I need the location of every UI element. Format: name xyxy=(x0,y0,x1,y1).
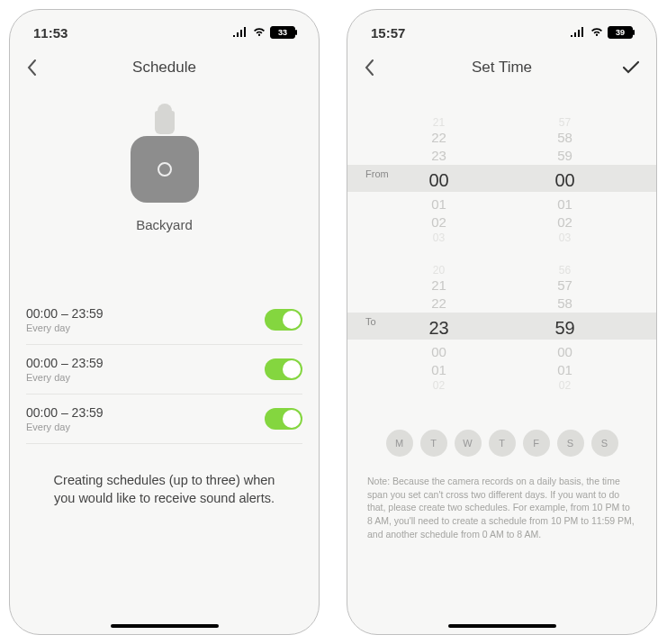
to-hours-wheel[interactable]: 20 21 22 23 00 01 02 xyxy=(412,264,466,390)
to-minutes-wheel[interactable]: 56 57 58 59 00 01 02 xyxy=(538,264,592,390)
schedule-toggle[interactable] xyxy=(265,408,302,430)
camera-body-icon xyxy=(131,136,199,203)
nav-bar: Schedule xyxy=(10,46,319,89)
back-button[interactable] xyxy=(364,59,376,77)
day-chip-thu[interactable]: T xyxy=(489,430,516,457)
from-minutes-wheel[interactable]: 57 58 59 00 01 02 03 xyxy=(538,116,592,242)
schedule-freq: Every day xyxy=(26,322,104,333)
battery-icon: 33 xyxy=(270,26,295,39)
schedule-list: 00:00 – 23:59 Every day 00:00 – 23:59 Ev… xyxy=(26,295,302,444)
schedule-item[interactable]: 00:00 – 23:59 Every day xyxy=(26,295,302,345)
schedule-toggle[interactable] xyxy=(265,358,302,380)
to-time-picker[interactable]: To 20 21 22 23 00 01 02 56 57 58 xyxy=(364,264,640,390)
nav-bar: Set Time xyxy=(347,46,656,89)
set-time-screen: 15:57 39 Set Time From 21 22 xyxy=(347,9,657,635)
schedule-item[interactable]: 00:00 – 23:59 Every day xyxy=(26,345,302,395)
camera-name: Backyard xyxy=(136,217,193,232)
camera-mount-icon xyxy=(155,111,175,134)
home-indicator[interactable] xyxy=(111,624,219,628)
wifi-icon xyxy=(590,27,604,38)
signal-icon xyxy=(570,27,586,38)
day-chip-wed[interactable]: W xyxy=(455,430,482,457)
help-text: Creating schedules (up to three) when yo… xyxy=(26,444,302,535)
status-icons: 39 xyxy=(570,26,633,39)
day-chip-fri[interactable]: F xyxy=(523,430,550,457)
to-label: To xyxy=(365,316,376,327)
from-time-picker[interactable]: From 21 22 23 00 01 02 03 57 58 59 xyxy=(364,116,640,242)
status-bar: 11:53 33 xyxy=(10,10,319,46)
from-label: From xyxy=(365,168,389,179)
battery-icon: 39 xyxy=(608,26,633,39)
confirm-button[interactable] xyxy=(622,60,640,75)
wifi-icon xyxy=(252,27,266,38)
schedule-item[interactable]: 00:00 – 23:59 Every day xyxy=(26,395,302,444)
schedule-freq: Every day xyxy=(26,422,104,432)
schedule-time: 00:00 – 23:59 xyxy=(26,405,104,420)
status-time: 15:57 xyxy=(371,25,405,41)
day-chip-mon[interactable]: M xyxy=(386,430,413,457)
day-selector: M T W T F S S xyxy=(364,430,640,457)
schedule-toggle[interactable] xyxy=(265,309,302,331)
nav-title: Schedule xyxy=(10,59,319,77)
from-hours-wheel[interactable]: 21 22 23 00 01 02 03 xyxy=(412,116,466,242)
schedule-freq: Every day xyxy=(26,372,104,383)
home-indicator[interactable] xyxy=(448,624,556,628)
back-button[interactable] xyxy=(26,59,39,77)
camera-illustration: Backyard xyxy=(26,89,302,250)
picker-note: Note: Because the camera records on a da… xyxy=(364,475,640,540)
camera-lens-icon xyxy=(158,162,172,177)
day-chip-sat[interactable]: S xyxy=(557,430,584,457)
status-time: 11:53 xyxy=(33,25,68,41)
signal-icon xyxy=(232,27,248,38)
day-chip-tue[interactable]: T xyxy=(420,430,447,457)
nav-title: Set Time xyxy=(347,59,656,77)
status-bar: 15:57 39 xyxy=(347,10,656,46)
schedule-time: 00:00 – 23:59 xyxy=(26,306,104,321)
schedule-screen: 11:53 33 Schedule Backyard 00:00 – 23:59… xyxy=(9,9,320,635)
day-chip-sun[interactable]: S xyxy=(591,430,618,457)
schedule-time: 00:00 – 23:59 xyxy=(26,356,104,370)
status-icons: 33 xyxy=(232,26,295,39)
